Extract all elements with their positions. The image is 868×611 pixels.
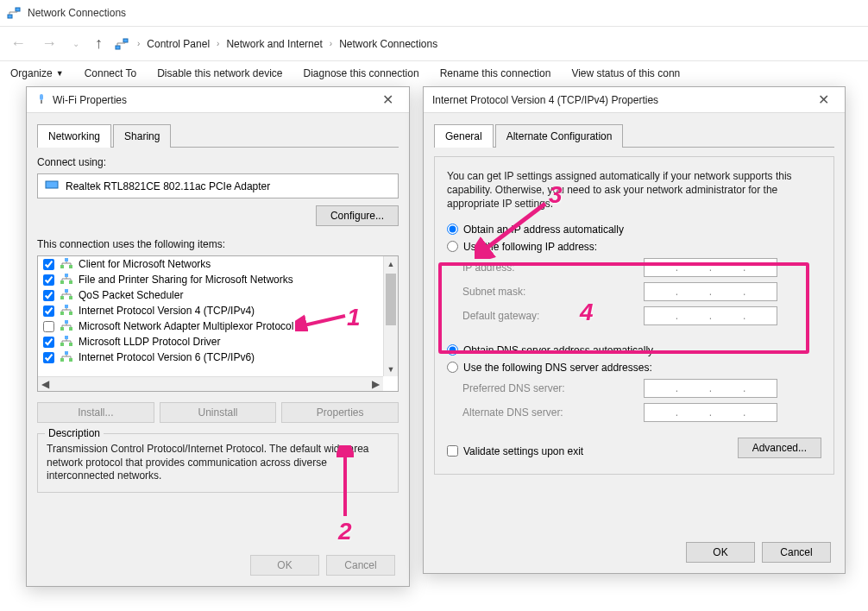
breadcrumb-control-panel[interactable]: Control Panel bbox=[147, 38, 210, 50]
connect-using-label: Connect using: bbox=[37, 156, 399, 168]
radio-manual-dns-input[interactable] bbox=[447, 362, 458, 373]
svg-rect-14 bbox=[60, 296, 64, 299]
close-icon[interactable]: ✕ bbox=[811, 91, 836, 108]
scroll-up-icon[interactable]: ▲ bbox=[384, 256, 398, 271]
nav-bar: ← → ⌄ ↑ › Control Panel › Network and In… bbox=[0, 26, 868, 60]
breadcrumb-network-internet[interactable]: Network and Internet bbox=[226, 38, 322, 50]
toolbar: Organize▼ Connect To Disable this networ… bbox=[0, 60, 868, 85]
list-item[interactable]: QoS Packet Scheduler bbox=[38, 287, 398, 303]
radio-auto-dns-input[interactable] bbox=[447, 344, 458, 356]
radio-manual-ip-input[interactable] bbox=[447, 241, 458, 252]
radio-manual-ip[interactable]: Use the following IP address: bbox=[447, 241, 821, 253]
list-item[interactable]: Client for Microsoft Networks bbox=[38, 256, 398, 272]
svg-rect-17 bbox=[60, 312, 64, 315]
toolbar-diagnose[interactable]: Diagnose this connection bbox=[304, 67, 419, 79]
breadcrumb[interactable]: › Control Panel › Network and Internet ›… bbox=[137, 38, 437, 50]
toolbar-organize[interactable]: Organize▼ bbox=[10, 67, 64, 79]
svg-rect-24 bbox=[69, 343, 72, 346]
svg-rect-23 bbox=[60, 343, 64, 346]
properties-button[interactable]: Properties bbox=[281, 402, 399, 423]
svg-rect-22 bbox=[65, 336, 68, 339]
item-checkbox[interactable] bbox=[43, 306, 54, 317]
connection-items-list[interactable]: Client for Microsoft NetworksFile and Pr… bbox=[37, 255, 399, 392]
tab-sharing[interactable]: Sharing bbox=[113, 124, 171, 148]
nav-forward-button[interactable]: → bbox=[38, 31, 60, 56]
tab-general[interactable]: General bbox=[434, 124, 494, 148]
svg-rect-1 bbox=[16, 8, 20, 11]
dialog-titlebar[interactable]: Wi-Fi Properties ✕ bbox=[27, 87, 409, 113]
list-item[interactable]: Microsoft LLDP Protocol Driver bbox=[38, 334, 398, 350]
validate-settings-checkbox[interactable]: Validate settings upon exit bbox=[447, 445, 738, 457]
ip-address-input[interactable]: ... bbox=[644, 258, 777, 277]
alternate-dns-input[interactable]: ... bbox=[644, 403, 777, 422]
svg-rect-8 bbox=[60, 265, 64, 268]
item-checkbox[interactable] bbox=[43, 321, 54, 332]
cancel-button[interactable]: Cancel bbox=[326, 555, 395, 576]
adapter-field[interactable]: Realtek RTL8821CE 802.11ac PCIe Adapter bbox=[37, 173, 399, 198]
cancel-button[interactable]: Cancel bbox=[762, 542, 831, 563]
tab-alternate-configuration[interactable]: Alternate Configuration bbox=[495, 124, 624, 148]
list-item[interactable]: Internet Protocol Version 4 (TCP/IPv4) bbox=[38, 303, 398, 318]
list-item[interactable]: File and Printer Sharing for Microsoft N… bbox=[38, 272, 398, 287]
scroll-right-icon[interactable]: ▶ bbox=[372, 378, 380, 390]
dropdown-icon: ▼ bbox=[56, 69, 64, 78]
ok-button[interactable]: OK bbox=[686, 542, 755, 563]
svg-rect-5 bbox=[41, 100, 42, 104]
svg-rect-11 bbox=[60, 280, 64, 284]
radio-auto-ip[interactable]: Obtain an IP address automatically bbox=[447, 224, 821, 236]
nav-up-button[interactable]: ↑ bbox=[91, 31, 106, 56]
svg-rect-0 bbox=[8, 15, 12, 18]
tcpip-properties-dialog: Internet Protocol Version 4 (TCP/IPv4) P… bbox=[423, 86, 846, 574]
configure-button[interactable]: Configure... bbox=[316, 205, 399, 226]
dialog-titlebar[interactable]: Internet Protocol Version 4 (TCP/IPv4) P… bbox=[424, 87, 845, 113]
horizontal-scrollbar[interactable]: ◀ ▶ bbox=[38, 376, 383, 391]
advanced-button[interactable]: Advanced... bbox=[738, 438, 821, 458]
close-icon[interactable]: ✕ bbox=[375, 91, 400, 108]
item-checkbox[interactable] bbox=[43, 259, 54, 270]
item-checkbox[interactable] bbox=[43, 337, 54, 348]
nav-recent-button[interactable]: ⌄ bbox=[69, 35, 83, 52]
preferred-dns-input[interactable]: ... bbox=[644, 379, 777, 398]
radio-auto-ip-input[interactable] bbox=[447, 224, 458, 235]
radio-auto-dns[interactable]: Obtain DNS server address automatically bbox=[447, 344, 821, 356]
vertical-scrollbar[interactable]: ▲ ▼ bbox=[383, 256, 398, 376]
preferred-dns-row: Preferred DNS server: ... bbox=[462, 379, 821, 398]
breadcrumb-network-connections[interactable]: Network Connections bbox=[339, 38, 437, 50]
scroll-down-icon[interactable]: ▼ bbox=[384, 362, 398, 376]
svg-rect-26 bbox=[60, 358, 64, 362]
svg-rect-4 bbox=[40, 94, 43, 100]
wifi-properties-dialog: Wi-Fi Properties ✕ Networking Sharing Co… bbox=[26, 86, 410, 587]
radio-manual-dns[interactable]: Use the following DNS server addresses: bbox=[447, 362, 821, 374]
protocol-icon bbox=[60, 336, 73, 348]
list-item[interactable]: Microsoft Network Adapter Multiplexor Pr… bbox=[38, 318, 398, 334]
items-label: This connection uses the following items… bbox=[37, 238, 399, 250]
default-gateway-input[interactable]: ... bbox=[644, 306, 777, 325]
item-checkbox[interactable] bbox=[43, 274, 54, 286]
item-label: Internet Protocol Version 6 (TCP/IPv6) bbox=[79, 351, 255, 363]
scrollbar-thumb[interactable] bbox=[386, 274, 396, 325]
item-checkbox[interactable] bbox=[43, 290, 54, 301]
ok-button[interactable]: OK bbox=[250, 555, 319, 576]
breadcrumb-icon bbox=[115, 37, 129, 51]
nav-back-button[interactable]: ← bbox=[7, 31, 29, 56]
toolbar-view-status[interactable]: View status of this conn bbox=[571, 67, 680, 79]
validate-checkbox-input[interactable] bbox=[447, 445, 458, 457]
svg-rect-16 bbox=[65, 305, 68, 308]
subnet-mask-input[interactable]: ... bbox=[644, 282, 777, 301]
scroll-left-icon[interactable]: ◀ bbox=[41, 378, 49, 390]
svg-rect-3 bbox=[123, 39, 128, 42]
toolbar-connect-to[interactable]: Connect To bbox=[85, 67, 137, 79]
tcpip-panel: You can get IP settings assigned automat… bbox=[434, 156, 834, 475]
toolbar-rename[interactable]: Rename this connection bbox=[440, 67, 551, 79]
uninstall-button[interactable]: Uninstall bbox=[160, 402, 277, 423]
window-title: Network Connections bbox=[28, 7, 126, 19]
install-button[interactable]: Install... bbox=[37, 402, 154, 423]
item-checkbox[interactable] bbox=[43, 352, 54, 363]
adapter-name: Realtek RTL8821CE 802.11ac PCIe Adapter bbox=[66, 180, 270, 192]
toolbar-disable[interactable]: Disable this network device bbox=[157, 67, 282, 79]
tab-networking[interactable]: Networking bbox=[37, 124, 111, 148]
list-item[interactable]: Internet Protocol Version 6 (TCP/IPv6) bbox=[38, 350, 398, 365]
preferred-dns-label: Preferred DNS server: bbox=[462, 382, 644, 394]
svg-rect-9 bbox=[69, 265, 72, 268]
svg-rect-19 bbox=[65, 320, 68, 324]
